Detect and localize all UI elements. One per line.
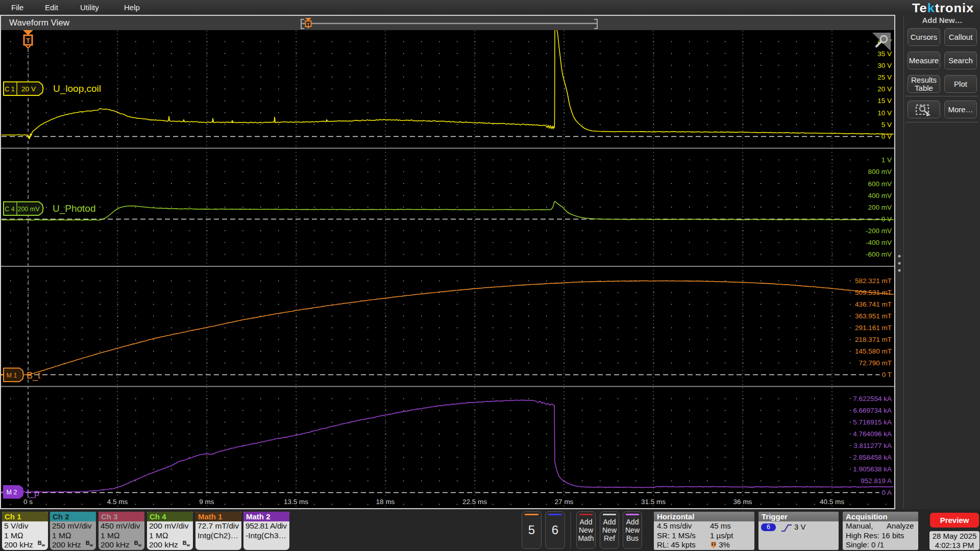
svg-text:9 ms: 9 ms: [199, 498, 214, 506]
svg-text:218.371 mT: 218.371 mT: [855, 336, 892, 343]
svg-text:-400 mV: -400 mV: [866, 239, 892, 246]
svg-text:30 V: 30 V: [877, 62, 892, 69]
svg-text:200 mV: 200 mV: [868, 204, 892, 211]
svg-text:2.858458 kA: 2.858458 kA: [853, 454, 892, 461]
svg-text:31.5 ms: 31.5 ms: [641, 498, 666, 506]
svg-text:4.5 ms: 4.5 ms: [107, 498, 128, 506]
svg-text:952.819 A: 952.819 A: [861, 477, 892, 485]
svg-text:36 ms: 36 ms: [733, 498, 752, 506]
svg-text:6.669734 kA: 6.669734 kA: [853, 407, 892, 414]
svg-text:145.580 mT: 145.580 mT: [855, 347, 892, 355]
svg-text:-600 mV: -600 mV: [866, 251, 892, 258]
svg-text:200 mV: 200 mV: [17, 206, 40, 213]
svg-text:5 V: 5 V: [881, 121, 892, 129]
svg-text:T: T: [26, 37, 30, 44]
svg-text:363.951 mT: 363.951 mT: [855, 312, 892, 320]
svg-text:I_p: I_p: [27, 488, 39, 498]
svg-text:10 V: 10 V: [877, 109, 892, 117]
svg-text:15 V: 15 V: [877, 97, 892, 105]
svg-text:C 1: C 1: [5, 86, 15, 93]
svg-text:0 T: 0 T: [882, 371, 892, 379]
svg-text:25 V: 25 V: [877, 73, 892, 81]
svg-text:291.161 mT: 291.161 mT: [855, 324, 892, 332]
svg-text:40.5 ms: 40.5 ms: [820, 498, 844, 506]
svg-text:18 ms: 18 ms: [376, 498, 395, 506]
svg-text:27 ms: 27 ms: [555, 498, 574, 506]
svg-text:20 V: 20 V: [21, 85, 36, 93]
svg-text:582.321 mT: 582.321 mT: [855, 277, 892, 285]
svg-text:T: T: [713, 543, 715, 546]
svg-text:5.716915 kA: 5.716915 kA: [853, 418, 892, 426]
svg-text:M 1: M 1: [7, 372, 17, 379]
svg-text:0 A: 0 A: [881, 489, 892, 496]
svg-text:1.905638 kA: 1.905638 kA: [853, 465, 892, 473]
svg-text:4.764096 kA: 4.764096 kA: [853, 430, 892, 438]
svg-text:20 V: 20 V: [877, 85, 892, 93]
svg-text:B_t: B_t: [27, 370, 40, 381]
svg-text:22.5 ms: 22.5 ms: [462, 498, 487, 506]
svg-text:72.790 mT: 72.790 mT: [859, 359, 892, 367]
svg-text:436.741 mT: 436.741 mT: [855, 300, 892, 308]
svg-text:800 mV: 800 mV: [868, 168, 892, 176]
svg-text:3.811277 kA: 3.811277 kA: [853, 442, 892, 449]
svg-text:0 s: 0 s: [23, 498, 33, 506]
svg-text:M 2: M 2: [7, 489, 17, 496]
svg-text:400 mV: 400 mV: [868, 192, 892, 199]
svg-text:-200 mV: -200 mV: [866, 227, 892, 235]
svg-text:35 V: 35 V: [877, 50, 892, 58]
svg-text:7.622554 kA: 7.622554 kA: [853, 395, 892, 403]
svg-text:U_Photod: U_Photod: [53, 203, 96, 214]
svg-text:U_loop,coil: U_loop,coil: [53, 83, 101, 94]
svg-text:600 mV: 600 mV: [868, 180, 892, 188]
svg-text:T: T: [307, 22, 310, 27]
svg-text:13.5 ms: 13.5 ms: [284, 498, 308, 506]
svg-text:C 4: C 4: [5, 206, 15, 213]
svg-text:1 V: 1 V: [881, 156, 892, 164]
